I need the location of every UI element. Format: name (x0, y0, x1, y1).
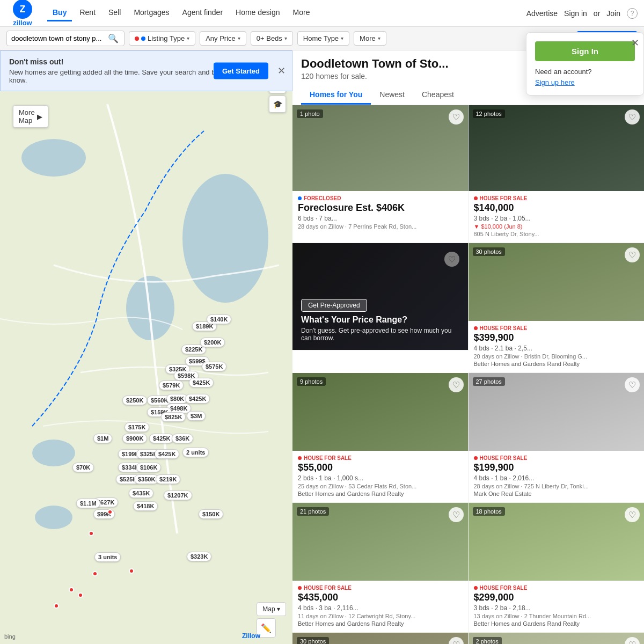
listing-details-1: 6 bds · 7 ba... (298, 215, 463, 222)
nav-more[interactable]: More (288, 5, 316, 21)
sign-in-link[interactable]: Sign in (564, 9, 587, 18)
map-price-150k: $150K (199, 509, 223, 519)
listing-card-9[interactable]: 30 photos ♡ HOUSE FOR SALE $399,000 4 bd… (292, 633, 469, 644)
listing-img-4: 30 photos ♡ (469, 243, 645, 321)
listing-agent-8: Better Homes and Gardens Rand Realty (474, 620, 639, 627)
signin-button[interactable]: Sign In (535, 41, 635, 61)
nav-rent[interactable]: Rent (74, 5, 101, 21)
map-price-900k: $900K (122, 434, 147, 443)
svg-point-0 (21, 139, 86, 177)
popup-close-button[interactable]: ✕ (631, 37, 639, 49)
zillow-watermark: Zillow (242, 632, 260, 640)
signin-popup: ✕ Sign In Need an account? Sign up here (526, 32, 644, 96)
beds-filter[interactable]: 0+ Beds ▾ (251, 31, 293, 46)
listing-card-5[interactable]: 9 photos ♡ HOUSE FOR SALE $55,000 2 bds … (292, 373, 469, 503)
nav-home-design[interactable]: Home design (230, 5, 286, 21)
listing-agent-6: Mark One Real Estate (474, 491, 639, 497)
any-price-filter[interactable]: Any Price ▾ (200, 31, 246, 46)
save-listing-6-button[interactable]: ♡ (625, 377, 640, 392)
signup-link[interactable]: Sign up here (535, 78, 575, 86)
save-listing-1-button[interactable]: ♡ (449, 109, 464, 125)
nav-agent-finder[interactable]: Agent finder (177, 5, 229, 21)
save-listing-10-button[interactable]: ♡ (625, 637, 640, 644)
listing-address-2: 805 N Liberty Dr, Stony... (474, 231, 639, 237)
map-area[interactable]: Don't miss out! New homes are getting ad… (0, 50, 292, 644)
tab-homes-for-you[interactable]: Homes for You (301, 86, 371, 105)
join-link[interactable]: Join (606, 9, 620, 18)
layers-button[interactable]: 🎓 (269, 96, 286, 113)
map-price-418k: $418K (133, 501, 158, 511)
save-listing-2-button[interactable]: ♡ (625, 109, 640, 125)
photo-count-2: 12 photos (473, 109, 505, 118)
nav-sell[interactable]: Sell (103, 5, 126, 21)
advertise-link[interactable]: Advertise (526, 9, 558, 18)
save-listing-5-button[interactable]: ♡ (449, 377, 464, 392)
promo-desc: Don't guess. Get pre-approved to see how… (301, 327, 459, 342)
more-filters-btn[interactable]: More ▾ (354, 31, 386, 46)
listing-info-5: HOUSE FOR SALE $55,000 2 bds · 1 ba · 1,… (292, 451, 468, 502)
map-price-106k: $106K (136, 463, 161, 472)
status-label-8: HOUSE FOR SALE (480, 585, 528, 591)
listing-type-dot-red (135, 36, 139, 41)
status-label-5: HOUSE FOR SALE (304, 455, 352, 461)
map-dot-6 (92, 571, 98, 576)
save-listing-7-button[interactable]: ♡ (449, 507, 464, 522)
photo-count-5: 9 photos (297, 377, 326, 386)
listing-info-6: HOUSE FOR SALE $199,900 4 bds · 1 ba · 2… (469, 451, 645, 502)
map-price-2units: 2 units (182, 448, 209, 457)
listing-details-5: 2 bds · 1 ba · 1,000 s... (298, 474, 463, 482)
zillow-logo-icon: Z (13, 0, 32, 19)
logo[interactable]: Z zillow (6, 0, 39, 27)
listing-card-10[interactable]: 2 photos ♡ FOR SALE BY OWNER $225,000 2 … (469, 633, 645, 644)
status-dot-1 (298, 196, 302, 200)
listing-card-7[interactable]: 21 photos ♡ HOUSE FOR SALE $435,000 4 bd… (292, 503, 469, 633)
map-type-button[interactable]: Map ▾ (257, 602, 286, 616)
listing-card-6[interactable]: 27 photos ♡ HOUSE FOR SALE $199,900 4 bd… (469, 373, 645, 503)
listing-meta-8: 13 days on Zillow · 2 Thunder Mountain R… (474, 613, 639, 619)
map-dot-4 (54, 603, 59, 609)
listing-img-7: 21 photos ♡ (292, 503, 468, 581)
header: Z zillow Buy Rent Sell Mortgages Agent f… (0, 0, 644, 27)
nav-buy[interactable]: Buy (47, 5, 72, 21)
status-label-4: HOUSE FOR SALE (480, 325, 528, 331)
status-dot-8 (474, 586, 478, 590)
listing-type-filter[interactable]: Listing Type ▾ (129, 31, 195, 46)
map-price-3units: 3 units (94, 552, 121, 562)
notif-close-button[interactable]: ✕ (277, 65, 286, 77)
svg-point-3 (32, 440, 75, 466)
more-map-btn[interactable]: More Map ▶ (13, 105, 48, 128)
listing-card-2[interactable]: 12 photos ♡ HOUSE FOR SALE $140,000 3 bd… (469, 105, 645, 243)
promo-cta-button[interactable]: Get Pre-Approved (301, 299, 367, 312)
listing-agent-7: Better Homes and Gardens Rand Realty (298, 620, 463, 627)
status-label-1: FORECLOSED (304, 195, 341, 201)
map-price-425k-2: $425K (185, 394, 210, 404)
listing-price-8: $299,000 (474, 592, 639, 603)
listing-status-4: HOUSE FOR SALE (474, 325, 639, 331)
listing-info-4: HOUSE FOR SALE $399,900 4 bds · 2.1 ba ·… (469, 321, 645, 372)
listing-status-5: HOUSE FOR SALE (298, 455, 463, 461)
help-icon[interactable]: ? (627, 8, 638, 19)
listing-card-1[interactable]: 1 photo ♡ FORECLOSED Foreclosure Est. $4… (292, 105, 469, 243)
search-icon[interactable]: 🔍 (108, 33, 119, 43)
nav-mortgages[interactable]: Mortgages (128, 5, 174, 21)
photo-count-10: 2 photos (473, 637, 502, 644)
listing-img-6: 27 photos ♡ (469, 373, 645, 451)
listing-card-promo[interactable]: ♡ Get Pre-Approved What's Your Price Ran… (292, 243, 469, 350)
listing-card-8[interactable]: 18 photos ♡ HOUSE FOR SALE $299,000 3 bd… (469, 503, 645, 633)
save-listing-4-button[interactable]: ♡ (625, 247, 640, 262)
map-type-label: Map (262, 605, 275, 613)
save-listing-9-button[interactable]: ♡ (449, 637, 464, 644)
tab-cheapest[interactable]: Cheapest (413, 86, 463, 105)
photo-count-7: 21 photos (297, 507, 329, 516)
search-input-wrap[interactable]: 🔍 (6, 31, 125, 46)
home-type-chevron: ▾ (341, 35, 343, 41)
status-dot-4 (474, 326, 478, 330)
save-listing-8-button[interactable]: ♡ (625, 507, 640, 522)
tab-newest[interactable]: Newest (371, 86, 413, 105)
listing-price-6: $199,900 (474, 462, 639, 473)
home-type-filter[interactable]: Home Type ▾ (297, 31, 349, 46)
listing-card-4[interactable]: 30 photos ♡ HOUSE FOR SALE $399,900 4 bd… (469, 243, 645, 373)
listing-status-1: FORECLOSED (298, 195, 463, 201)
search-input[interactable] (11, 34, 108, 42)
get-started-button[interactable]: Get Started (214, 63, 268, 79)
